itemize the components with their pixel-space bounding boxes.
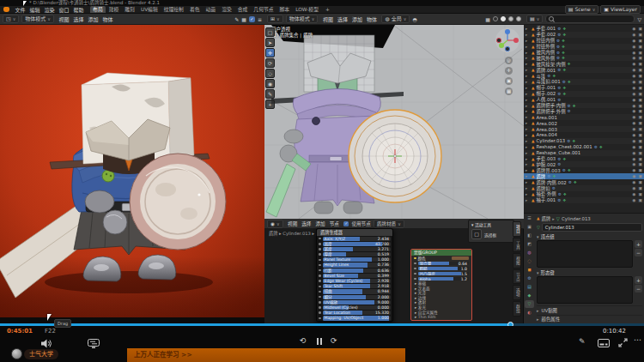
- properties-tab[interactable]: ⚙: [525, 275, 534, 282]
- disable-in-render-icon[interactable]: ▣: [638, 145, 642, 149]
- uploader-badge[interactable]: 士气大学: [24, 349, 58, 359]
- tool-button[interactable]: ◉: [265, 79, 275, 88]
- header-menu[interactable]: 节点: [327, 220, 341, 227]
- outliner-search-input[interactable]: [545, 15, 635, 23]
- expand-arrow-icon[interactable]: ▸: [526, 168, 530, 172]
- parameter-row[interactable]: Bevel Size 0.399: [317, 273, 392, 278]
- topbar-menu[interactable]: 窗口: [57, 6, 71, 14]
- mode-selector[interactable]: 物体模式∨: [21, 15, 54, 23]
- expand-arrow-icon[interactable]: ▸: [526, 33, 530, 37]
- expand-arrow-icon[interactable]: ▸: [526, 104, 530, 108]
- outliner-row[interactable]: ▸ ▲ 盾牌把手·外侧 ⚙ ❖ ◉ ▣: [524, 108, 644, 114]
- topbar-menu[interactable]: 帮助: [71, 6, 86, 14]
- header-menu[interactable]: 选择: [300, 220, 313, 227]
- fullscreen-button[interactable]: [618, 338, 628, 347]
- overlay-toggle[interactable]: ✓: [249, 16, 255, 22]
- shading-material[interactable]: [508, 16, 513, 21]
- pencil-icon[interactable]: ✎: [234, 16, 239, 22]
- disable-in-render-icon[interactable]: ▣: [638, 186, 642, 190]
- properties-tab[interactable]: ◍: [525, 249, 534, 256]
- properties-tab[interactable]: ☰: [525, 214, 534, 222]
- parameter-row[interactable]: Tear Shift 2.918: [317, 284, 392, 289]
- workspace-tab[interactable]: 着色: [187, 6, 203, 13]
- parameter-row[interactable]: 厚度 0.519: [317, 252, 392, 257]
- overlays-icon[interactable]: ▦: [485, 16, 490, 22]
- expand-arrow-icon[interactable]: ▸: [526, 186, 530, 190]
- snap-magnet-icon[interactable]: ◓: [412, 16, 416, 22]
- hide-in-viewport-icon[interactable]: ◉: [632, 168, 635, 172]
- expand-arrow-icon[interactable]: ▸: [526, 92, 530, 96]
- editor-type-button[interactable]: ◉∨: [267, 220, 283, 228]
- parameter-row[interactable]: Edge Wear (Cycles) 2.928: [317, 279, 392, 284]
- node-option-row[interactable]: ▸ Thin Film: [411, 315, 471, 320]
- hide-in-viewport-icon[interactable]: ◉: [632, 145, 635, 149]
- tool-button[interactable]: ◇: [265, 69, 275, 78]
- disable-in-render-icon[interactable]: ▣: [638, 174, 642, 178]
- remove-item-button[interactable]: −: [635, 249, 642, 256]
- expand-arrow-icon[interactable]: ▸: [526, 133, 530, 137]
- node-title[interactable]: 蒙版GROUP: [411, 250, 471, 256]
- outliner-row[interactable]: ▸ ▲ Area.001 ⚙ ❖ ◉ ▣: [524, 114, 644, 120]
- hide-in-viewport-icon[interactable]: ◉: [632, 39, 635, 43]
- workspace-tab[interactable]: 合成: [235, 6, 251, 13]
- disable-in-render-icon[interactable]: ▣: [638, 192, 642, 196]
- properties-tab[interactable]: ◌: [525, 257, 534, 265]
- disable-in-render-icon[interactable]: ▣: [638, 121, 642, 125]
- editor-type-button[interactable]: ⊞∨: [267, 15, 283, 23]
- header-menu[interactable]: 添加: [313, 220, 327, 227]
- expand-arrow-icon[interactable]: ▸: [526, 56, 530, 60]
- properties-tab[interactable]: ◩: [525, 240, 534, 248]
- parameter-row[interactable]: Axis: X/Y/Z 2.434: [317, 236, 392, 241]
- expand-arrow-icon[interactable]: ▸: [526, 151, 530, 155]
- parameter-row[interactable]: 扭曲 0.944: [317, 289, 392, 294]
- shading-rendered[interactable]: [516, 16, 521, 21]
- disable-in-render-icon[interactable]: ▣: [638, 168, 642, 172]
- disable-in-render-icon[interactable]: ▣: [638, 45, 642, 49]
- workspace-tab[interactable]: 几何节点: [251, 6, 276, 13]
- parameter-row[interactable]: UV缩放 9.000: [317, 299, 392, 305]
- parameter-row[interactable]: 行距 0.636: [317, 268, 392, 273]
- sidebar-tab[interactable]: 节点: [513, 269, 521, 285]
- tool-icon[interactable]: ▢: [471, 229, 482, 239]
- header-menu[interactable]: 选择: [71, 15, 86, 23]
- sidebar-tab[interactable]: 视图: [513, 253, 521, 268]
- hide-in-viewport-icon[interactable]: ◉: [632, 27, 635, 31]
- tool-button[interactable]: ⟳: [265, 58, 275, 68]
- list-box[interactable]: [537, 276, 633, 304]
- workspace-tab[interactable]: 脚本: [277, 6, 293, 13]
- hide-in-viewport-icon[interactable]: ◉: [632, 186, 635, 190]
- hide-in-viewport-icon[interactable]: ◉: [632, 180, 635, 184]
- expand-arrow-icon[interactable]: ▸: [526, 39, 530, 43]
- expand-arrow-icon[interactable]: ▸: [526, 162, 530, 166]
- expand-arrow-icon[interactable]: ▸: [526, 109, 530, 113]
- hide-in-viewport-icon[interactable]: ◉: [632, 121, 635, 125]
- hide-in-viewport-icon[interactable]: ◉: [632, 192, 635, 196]
- disable-in-render-icon[interactable]: ▣: [638, 180, 642, 184]
- expand-arrow-icon[interactable]: ▸: [526, 192, 530, 196]
- workspace-tab[interactable]: 雕刻: [122, 6, 137, 13]
- workspace-tab[interactable]: 纹理绘制: [161, 6, 186, 13]
- expand-arrow-icon[interactable]: ▸: [526, 80, 530, 84]
- options-icon[interactable]: ≡: [258, 16, 262, 22]
- disable-in-render-icon[interactable]: ▣: [638, 74, 642, 78]
- disable-in-render-icon[interactable]: ▣: [638, 104, 642, 108]
- header-menu[interactable]: 视图: [57, 15, 71, 23]
- danmaku-icon[interactable]: [88, 339, 100, 348]
- parameter-row[interactable]: Mapping: UV/Object 1.000: [317, 316, 392, 321]
- color-socket[interactable]: [414, 257, 416, 260]
- disable-in-render-icon[interactable]: ▣: [638, 98, 642, 102]
- workspace-tab[interactable]: 布局: [90, 6, 106, 13]
- add-item-button[interactable]: +: [635, 240, 642, 248]
- use-nodes-checkbox[interactable]: ✓: [343, 221, 349, 226]
- disable-in-render-icon[interactable]: ▣: [638, 86, 642, 90]
- header-menu[interactable]: 选择: [335, 15, 349, 23]
- material-slot[interactable]: 盾牌材质∨: [374, 220, 404, 228]
- sidebar-tab[interactable]: 群组: [513, 301, 521, 317]
- outliner-row[interactable]: ▸ ▲ Area.002 ⚙ ❖ ◉ ▣: [524, 120, 644, 126]
- hide-in-viewport-icon[interactable]: ◉: [632, 115, 635, 119]
- uploader-avatar[interactable]: [11, 348, 22, 359]
- disable-in-render-icon[interactable]: ▣: [638, 162, 642, 166]
- expand-arrow-icon[interactable]: ▸: [526, 121, 530, 125]
- add-workspace-button[interactable]: +: [323, 6, 332, 13]
- header-menu[interactable]: 视图: [320, 15, 335, 23]
